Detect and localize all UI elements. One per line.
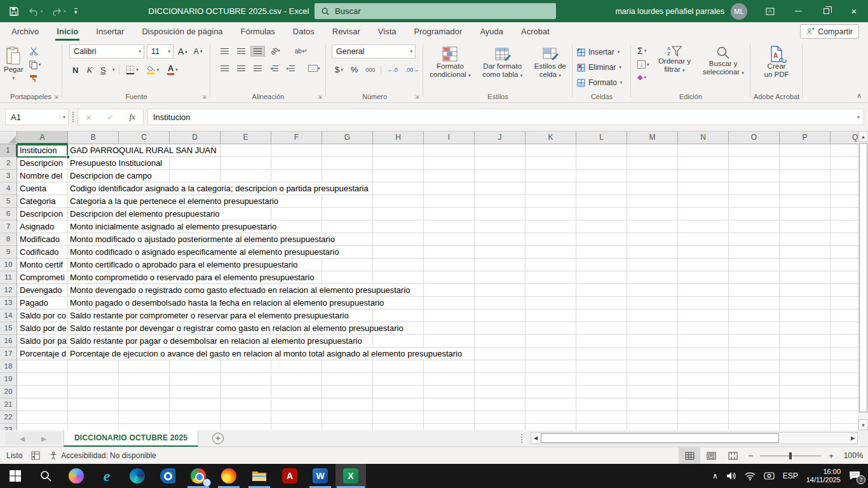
- cell-N19[interactable]: [678, 373, 729, 386]
- cell-M8[interactable]: [627, 233, 678, 246]
- cell-O10[interactable]: [729, 259, 780, 271]
- internet-explorer-icon[interactable]: e: [92, 464, 122, 488]
- column-header-K[interactable]: K: [526, 132, 576, 144]
- cell-J23[interactable]: [475, 424, 526, 430]
- cell-F1[interactable]: [271, 144, 322, 157]
- cell-G23[interactable]: [322, 424, 373, 430]
- cell-G21[interactable]: [322, 398, 373, 411]
- italic-button[interactable]: K: [85, 64, 94, 76]
- cell-M19[interactable]: [627, 373, 678, 386]
- meet-now-icon[interactable]: [764, 471, 775, 480]
- cell-I22[interactable]: [424, 411, 475, 424]
- cell-styles-button[interactable]: Estilos de celda ▾: [534, 43, 566, 79]
- cell-M17[interactable]: [627, 348, 678, 360]
- row-header-17[interactable]: 17: [0, 348, 17, 360]
- cell-F23[interactable]: [271, 424, 322, 430]
- scroll-up-icon[interactable]: ▲: [858, 131, 868, 142]
- cell-D18[interactable]: [170, 360, 220, 373]
- column-header-F[interactable]: F: [271, 132, 322, 144]
- cell-Q19[interactable]: [831, 373, 858, 386]
- macro-record-icon[interactable]: [31, 451, 40, 460]
- cell-P9[interactable]: [780, 246, 831, 259]
- cell-K15[interactable]: [526, 322, 576, 335]
- cell-H19[interactable]: [373, 373, 424, 386]
- cell-O22[interactable]: [729, 411, 780, 424]
- number-format-combo[interactable]: General▾: [332, 44, 416, 58]
- file-explorer-icon[interactable]: [244, 464, 275, 488]
- cell-J21[interactable]: [475, 398, 526, 411]
- format-cells-button[interactable]: Formato▾: [577, 75, 630, 90]
- cell-K5[interactable]: [526, 195, 576, 208]
- cell-L10[interactable]: [576, 259, 627, 271]
- tab-datos[interactable]: Datos: [284, 22, 323, 41]
- cell-Q21[interactable]: [831, 398, 858, 411]
- previous-sheet-icon[interactable]: ◀: [20, 435, 25, 442]
- row-header-20[interactable]: 20: [0, 386, 17, 398]
- cell-J4[interactable]: [475, 182, 526, 195]
- cell-L1[interactable]: [576, 144, 627, 157]
- cell-C23[interactable]: [119, 424, 170, 430]
- cell-Q7[interactable]: [831, 220, 858, 233]
- restore-button[interactable]: [812, 0, 840, 22]
- cell-N1[interactable]: [678, 144, 729, 157]
- cell-E6[interactable]: [220, 208, 271, 220]
- cell-F6[interactable]: [271, 208, 322, 220]
- format-painter-icon[interactable]: [27, 73, 43, 84]
- cell-G18[interactable]: [322, 360, 373, 373]
- cell-I6[interactable]: [424, 208, 475, 220]
- cell-L7[interactable]: [576, 220, 627, 233]
- cell-M22[interactable]: [627, 411, 678, 424]
- cell-G22[interactable]: [322, 411, 373, 424]
- zoom-in-icon[interactable]: +: [824, 451, 839, 461]
- cell-B20[interactable]: [68, 386, 119, 398]
- cell-N4[interactable]: [678, 182, 729, 195]
- cell-K3[interactable]: [526, 170, 576, 182]
- accessibility-status[interactable]: Accesibilidad: No disponible: [49, 451, 156, 460]
- cell-G1[interactable]: [322, 144, 373, 157]
- cell-J19[interactable]: [475, 373, 526, 386]
- tab-acrobat[interactable]: Acrobat: [512, 22, 559, 41]
- cell-H10[interactable]: [373, 259, 424, 271]
- decrease-decimals-icon[interactable]: .00→: [403, 65, 421, 74]
- cell-D22[interactable]: [170, 411, 220, 424]
- cancel-icon[interactable]: ×: [86, 112, 92, 123]
- cell-I12[interactable]: [424, 284, 475, 297]
- cell-J14[interactable]: [475, 309, 526, 322]
- cell-D23[interactable]: [170, 424, 220, 430]
- cell-E2[interactable]: [220, 157, 271, 170]
- row-header-15[interactable]: 15: [0, 322, 17, 335]
- cell-E20[interactable]: [220, 386, 271, 398]
- cell-M2[interactable]: [627, 157, 678, 170]
- cell-H8[interactable]: [373, 233, 424, 246]
- paste-button[interactable]: Pegar ▾: [4, 43, 24, 84]
- cell-H18[interactable]: [373, 360, 424, 373]
- cell-M15[interactable]: [627, 322, 678, 335]
- font-color-icon[interactable]: A▾: [165, 64, 180, 76]
- find-select-button[interactable]: Buscar y seleccionar ▾: [696, 43, 750, 83]
- cell-M18[interactable]: [627, 360, 678, 373]
- cell-L2[interactable]: [576, 157, 627, 170]
- increase-decimals-icon[interactable]: ←.0: [385, 65, 400, 74]
- row-header-6[interactable]: 6: [0, 208, 17, 220]
- page-break-view-icon[interactable]: [722, 447, 743, 464]
- cell-P2[interactable]: [780, 157, 831, 170]
- clock[interactable]: 16:00 14/11/2025: [806, 468, 841, 484]
- language-indicator[interactable]: ESP: [783, 471, 798, 480]
- cell-Q10[interactable]: [831, 259, 858, 271]
- cell-J6[interactable]: [475, 208, 526, 220]
- cell-M16[interactable]: [627, 335, 678, 348]
- cell-M12[interactable]: [627, 284, 678, 297]
- start-button[interactable]: [0, 464, 31, 488]
- cell-M1[interactable]: [627, 144, 678, 157]
- align-right-icon[interactable]: [250, 63, 265, 74]
- cell-P18[interactable]: [780, 360, 831, 373]
- cell-N8[interactable]: [678, 233, 729, 246]
- cell-I16[interactable]: [424, 335, 475, 348]
- cell-M13[interactable]: [627, 297, 678, 309]
- cell-L14[interactable]: [576, 309, 627, 322]
- cell-Q22[interactable]: [831, 411, 858, 424]
- cell-I5[interactable]: [424, 195, 475, 208]
- cell-P20[interactable]: [780, 386, 831, 398]
- cell-O15[interactable]: [729, 322, 780, 335]
- cell-J1[interactable]: [475, 144, 526, 157]
